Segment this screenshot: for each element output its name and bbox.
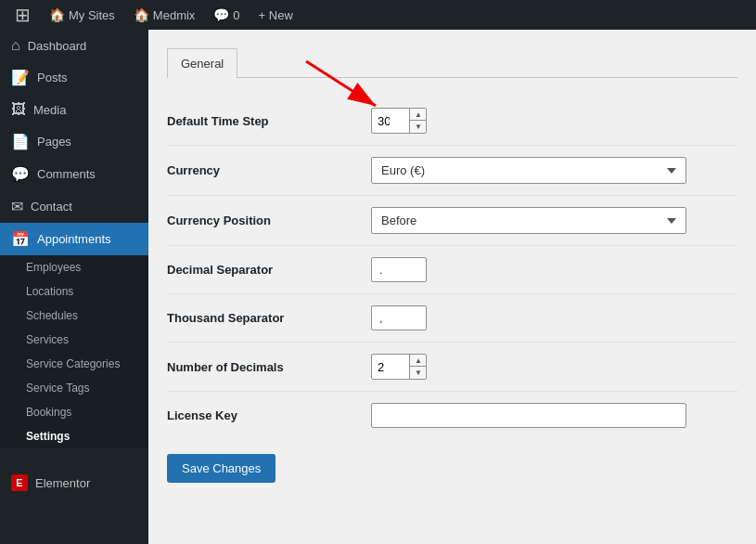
sidebar-bottom-menu: E Elementor <box>0 467 148 499</box>
posts-icon: 📝 <box>11 69 30 86</box>
media-icon: 🖼 <box>11 101 26 118</box>
sidebar-item-service-tags[interactable]: Service Tags <box>0 376 148 400</box>
sidebar-item-comments[interactable]: 💬 Comments <box>0 158 148 190</box>
thousand-separator-control <box>371 305 737 330</box>
wp-logo-button[interactable]: ⊞ <box>7 0 38 30</box>
sidebar-item-label: Elementor <box>35 476 90 490</box>
sidebar-item-label: Contact <box>31 200 72 214</box>
sidebar-item-label: Dashboard <box>28 39 87 53</box>
my-sites-button[interactable]: 🏠 My Sites <box>42 0 122 30</box>
comments-icon: 💬 <box>11 165 30 183</box>
license-key-label: License Key <box>167 408 371 422</box>
sidebar-item-locations[interactable]: Locations <box>0 279 148 304</box>
form-row-currency: Currency Euro (€) US Dollar ($) British … <box>167 146 737 196</box>
decimal-separator-label: Decimal Separator <box>167 263 371 277</box>
sidebar: ⌂ Dashboard 📝 Posts 🖼 Media 📄 Pages 💬 Co… <box>0 30 148 544</box>
currency-label: Currency <box>167 163 371 177</box>
number-of-decimals-control: ▲ ▼ <box>371 354 737 380</box>
tab-general[interactable]: General <box>167 48 237 78</box>
sidebar-item-pages[interactable]: 📄 Pages <box>0 125 148 158</box>
form-row-thousand-separator: Thousand Separator <box>167 294 737 343</box>
currency-position-control: Before After <box>371 207 737 234</box>
new-button[interactable]: + New <box>251 0 301 30</box>
dashboard-icon: ⌂ <box>11 37 20 54</box>
site-name-button[interactable]: 🏠 Medmix <box>126 0 203 30</box>
form-row-number-of-decimals: Number of Decimals ▲ ▼ <box>167 343 737 392</box>
time-step-label: Default Time Step <box>167 114 371 128</box>
settings-form: Default Time Step <box>167 97 737 501</box>
decimals-input-wrapper: ▲ ▼ <box>371 354 427 380</box>
elementor-icon: E <box>11 474 28 491</box>
sidebar-item-settings[interactable]: Settings <box>0 424 148 448</box>
number-of-decimals-label: Number of Decimals <box>167 360 371 374</box>
sidebar-item-label: Comments <box>37 167 96 181</box>
decimals-increment[interactable]: ▲ <box>410 355 427 367</box>
sidebar-menu: ⌂ Dashboard 📝 Posts 🖼 Media 📄 Pages 💬 Co… <box>0 30 148 255</box>
contact-icon: ✉ <box>11 198 23 215</box>
time-step-input[interactable] <box>372 110 409 132</box>
currency-select[interactable]: Euro (€) US Dollar ($) British Pound (£) <box>371 157 686 184</box>
sidebar-item-label: Media <box>33 103 66 117</box>
form-row-time-step: Default Time Step <box>167 97 737 146</box>
time-step-input-wrapper: ▲ ▼ <box>371 108 427 134</box>
currency-position-select[interactable]: Before After <box>371 207 686 234</box>
form-row-currency-position: Currency Position Before After <box>167 196 737 246</box>
content-area: General Default Time Step <box>148 30 756 544</box>
comments-button[interactable]: 💬 0 <box>206 0 247 30</box>
sidebar-item-bookings[interactable]: Bookings <box>0 400 148 424</box>
decimals-spinners: ▲ ▼ <box>409 355 427 379</box>
sidebar-item-employees[interactable]: Employees <box>0 255 148 279</box>
thousand-separator-input[interactable] <box>371 305 427 330</box>
decimal-separator-control <box>371 257 737 282</box>
sidebar-item-contact[interactable]: ✉ Contact <box>0 190 148 223</box>
sidebar-item-appointments[interactable]: 📅 Appointments <box>0 223 148 255</box>
thousand-separator-label: Thousand Separator <box>167 311 371 325</box>
appointments-icon: 📅 <box>11 230 30 248</box>
time-step-spinners: ▲ ▼ <box>409 109 427 133</box>
sidebar-item-posts[interactable]: 📝 Posts <box>0 61 148 94</box>
time-step-increment[interactable]: ▲ <box>410 109 427 121</box>
sidebar-item-media[interactable]: 🖼 Media <box>0 94 148 125</box>
number-of-decimals-input[interactable] <box>372 356 409 378</box>
form-row-decimal-separator: Decimal Separator <box>167 246 737 294</box>
license-key-control <box>371 403 737 428</box>
sidebar-item-label: Appointments <box>37 232 111 246</box>
sidebar-item-label: Pages <box>37 135 71 149</box>
sidebar-item-label: Posts <box>37 71 68 84</box>
sidebar-item-schedules[interactable]: Schedules <box>0 304 148 328</box>
decimals-decrement[interactable]: ▼ <box>410 367 427 379</box>
license-key-input[interactable] <box>371 403 686 428</box>
time-step-decrement[interactable]: ▼ <box>410 121 427 133</box>
currency-position-label: Currency Position <box>167 214 371 227</box>
admin-bar: ⊞ 🏠 My Sites 🏠 Medmix 💬 0 + New <box>0 0 756 30</box>
time-step-control: ▲ ▼ <box>371 108 737 134</box>
sidebar-item-service-categories[interactable]: Service Categories <box>0 352 148 376</box>
sidebar-item-dashboard[interactable]: ⌂ Dashboard <box>0 30 148 61</box>
decimal-separator-input[interactable] <box>371 257 427 282</box>
save-changes-button[interactable]: Save Changes <box>167 454 275 483</box>
currency-control: Euro (€) US Dollar ($) British Pound (£) <box>371 157 737 184</box>
arrow-container: ▲ ▼ <box>371 108 427 134</box>
main-layout: ⌂ Dashboard 📝 Posts 🖼 Media 📄 Pages 💬 Co… <box>0 30 756 544</box>
sidebar-item-elementor[interactable]: E Elementor <box>0 467 148 499</box>
sidebar-item-services[interactable]: Services <box>0 328 148 352</box>
form-row-license-key: License Key <box>167 392 737 439</box>
appointments-submenu: Employees Locations Schedules Services S… <box>0 255 148 448</box>
tab-bar: General <box>167 48 737 78</box>
pages-icon: 📄 <box>11 133 30 150</box>
